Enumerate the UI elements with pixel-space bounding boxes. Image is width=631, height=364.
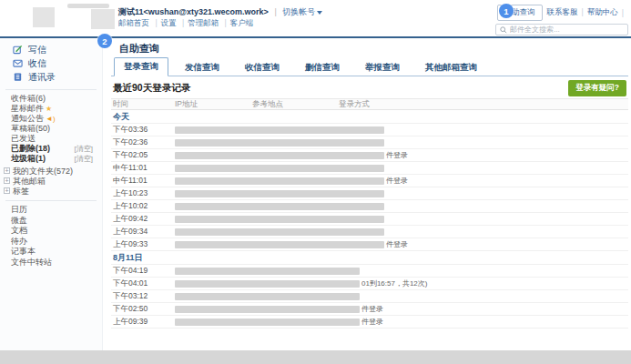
- inbox-label: 收件箱(6): [11, 94, 46, 103]
- todo-label: 待办: [11, 237, 27, 246]
- sidebar-item-notices[interactable]: 通知公告◄): [0, 114, 102, 124]
- sidebar-compose[interactable]: 写信: [13, 43, 102, 56]
- sidebar-contacts[interactable]: 通讯录: [13, 70, 102, 84]
- tab-receive-query[interactable]: 收信查询: [236, 59, 289, 76]
- exmail-self-query-page: 测试11<wushan@xty321.wecom.work> | 切换帐号 邮箱…: [0, 0, 631, 364]
- login-method-note: 件登录: [386, 176, 408, 186]
- redacted-bar: [175, 177, 384, 185]
- table-row: 中午11:01: [111, 162, 628, 175]
- expand-icon[interactable]: +: [4, 187, 10, 194]
- col-ip: IP地址: [175, 99, 252, 110]
- drafts-label: 草稿箱(50): [11, 124, 50, 133]
- table-row: 上午09:42: [111, 213, 628, 226]
- sidebar-receive[interactable]: 收信: [13, 56, 102, 70]
- sidebar-app-transfer[interactable]: 文件中转站: [0, 258, 102, 268]
- sidebar-app-notebook[interactable]: 记事本: [0, 247, 102, 258]
- login-time: 上午10:23: [111, 188, 175, 199]
- switch-account-link[interactable]: 切换帐号: [282, 7, 315, 16]
- redacted-bar: [175, 165, 384, 172]
- table-header: 时间 IP地址 参考地点 登录方式: [111, 98, 628, 110]
- login-time: 下午04:01: [111, 278, 175, 289]
- sent-label: 已发送: [11, 134, 36, 143]
- table-row: 下午03:12: [111, 290, 628, 303]
- tab-other-mailbox-query[interactable]: 其他邮箱查询: [416, 59, 486, 76]
- nav-mail-home[interactable]: 邮箱首页: [118, 18, 149, 27]
- tab-send-query[interactable]: 发信查询: [176, 59, 229, 76]
- login-help-button[interactable]: 登录有疑问?: [568, 80, 626, 96]
- sidebar-app-docs[interactable]: 文档: [0, 226, 102, 237]
- spam-label: 垃圾箱(1): [11, 154, 46, 163]
- search-input[interactable]: [510, 25, 624, 34]
- col-method: 登录方式: [339, 99, 628, 110]
- table-row: 下午04:19: [111, 265, 628, 278]
- login-time: 上午09:33: [111, 239, 175, 250]
- mail-search-box[interactable]: [495, 24, 628, 35]
- sidebar-group-my-folders[interactable]: +我的文件夹(572): [0, 167, 102, 177]
- section-header: 最近90天登录记录 登录有疑问?: [111, 76, 628, 98]
- divider: [5, 200, 97, 201]
- group-header-today: 今天: [111, 110, 628, 124]
- sidebar-item-inbox[interactable]: 收件箱(6): [0, 94, 102, 104]
- login-time: 下午03:12: [111, 291, 175, 302]
- nav-settings[interactable]: 设置: [151, 18, 176, 27]
- starred-label: 星标邮件: [11, 104, 44, 113]
- sidebar-app-todo[interactable]: 待办: [0, 237, 102, 248]
- redacted-bar: [175, 152, 384, 159]
- login-method-note: 01到16:57，共12次): [361, 278, 427, 288]
- transfer-label: 文件中转站: [11, 258, 52, 267]
- sidebar-item-spam[interactable]: 垃圾箱(1)[清空]: [0, 154, 102, 164]
- app-window: 测试11<wushan@xty321.wecom.work> | 切换帐号 邮箱…: [0, 0, 631, 350]
- group-header-aug11: 8月11日: [111, 251, 628, 265]
- mail-sidebar: 写信 收信 通讯录 收件箱(6) 星标邮件★ 通知公告◄): [0, 38, 103, 350]
- expand-icon[interactable]: +: [4, 167, 10, 174]
- login-time: 下午04:19: [111, 266, 175, 277]
- expand-icon[interactable]: +: [4, 177, 10, 184]
- sidebar-item-deleted[interactable]: 已删除(18)[清空]: [0, 144, 102, 154]
- other-mailboxes-label: 其他邮箱: [13, 177, 46, 186]
- table-row: 上午09:39件登录: [111, 316, 628, 329]
- redacted-bar: [175, 293, 360, 300]
- help-center-link[interactable]: 帮助中心: [578, 7, 618, 18]
- redacted-bar: [175, 268, 360, 275]
- login-time: 下午03:36: [111, 125, 175, 136]
- table-row: 上午09:34: [111, 226, 628, 238]
- user-info: 测试11<wushan@xty321.wecom.work> | 切换帐号: [118, 6, 322, 18]
- table-row: 下午02:36: [111, 136, 628, 149]
- table-row: 上午10:02: [111, 200, 628, 213]
- sidebar-group-tags[interactable]: +标签: [0, 187, 102, 197]
- sidebar-item-sent[interactable]: 已发送: [0, 134, 102, 144]
- address-book-icon: [13, 72, 24, 82]
- user-email: 测试11<wushan@xty321.wecom.work>: [118, 7, 269, 16]
- drive-label: 微盘: [11, 216, 27, 225]
- annotation-step-2: 2: [97, 34, 112, 48]
- redacted-bar: [175, 280, 360, 288]
- tab-login-query[interactable]: 登录查询: [114, 57, 168, 76]
- notices-label: 通知公告: [11, 114, 44, 123]
- tab-report-query[interactable]: 举报查询: [356, 59, 409, 76]
- contact-support-link[interactable]: 联系客服: [547, 7, 578, 18]
- top-right-links: 自助查询 联系客服 帮助中心 |: [497, 5, 624, 21]
- search-icon: [500, 26, 507, 34]
- sidebar-item-starred[interactable]: 星标邮件★: [0, 104, 102, 114]
- clear-deleted-link[interactable]: [清空]: [75, 144, 93, 154]
- redacted-bar: [175, 306, 360, 313]
- table-row: 下午03:36: [111, 124, 628, 136]
- redacted-bar: [175, 318, 360, 326]
- redacted-bar: [175, 203, 384, 210]
- my-folders-label: 我的文件夹(572): [13, 167, 73, 176]
- table-row: 中午11:01件登录: [111, 175, 628, 187]
- clear-spam-link[interactable]: [清空]: [75, 154, 93, 164]
- docs-label: 文档: [11, 226, 27, 235]
- nav-client[interactable]: 客户端: [221, 18, 254, 27]
- sidebar-group-other-mailboxes[interactable]: +其他邮箱: [0, 177, 102, 187]
- sidebar-item-drafts[interactable]: 草稿箱(50): [0, 124, 102, 134]
- sidebar-app-drive[interactable]: 微盘: [0, 216, 102, 227]
- col-location: 参考地点: [252, 99, 339, 110]
- envelope-icon: [13, 58, 24, 68]
- redacted-bar: [175, 139, 384, 147]
- table-row: 上午09:33件登录: [111, 238, 628, 251]
- tab-delete-query[interactable]: 删信查询: [296, 59, 349, 76]
- login-time: 下午02:36: [111, 137, 175, 148]
- sidebar-app-calendar[interactable]: 日历: [0, 205, 102, 216]
- nav-admin-mailbox[interactable]: 管理邮箱: [178, 18, 219, 27]
